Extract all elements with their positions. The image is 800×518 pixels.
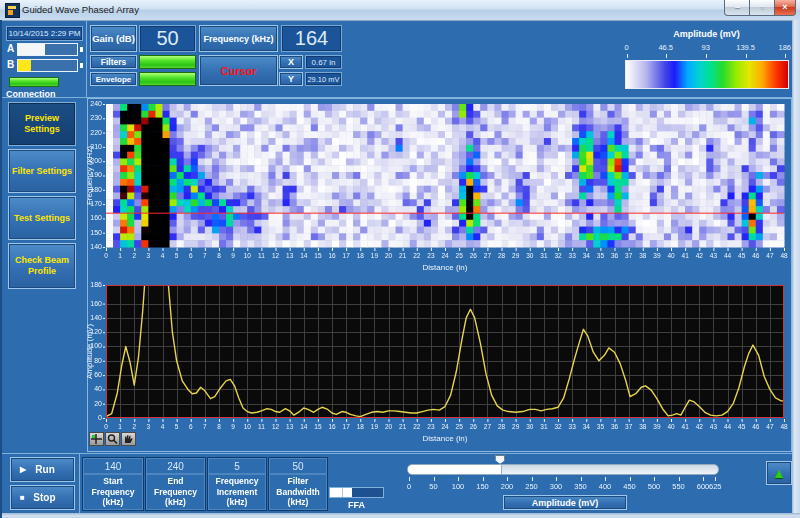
cursor-label: Cursor xyxy=(199,55,278,86)
channel-b-fill xyxy=(18,60,31,71)
minimize-button[interactable]: – xyxy=(724,0,751,16)
slider-tick-mark xyxy=(507,477,508,481)
ffa-label: FFA xyxy=(329,500,384,510)
sidebar-item-preview-settings[interactable]: Preview Settings xyxy=(8,102,76,146)
slider-tick-label: 600 xyxy=(697,482,710,491)
slider-tick-label: 300 xyxy=(550,482,563,491)
slider-tick-label: 450 xyxy=(623,482,636,491)
up-arrow-icon: ▲ xyxy=(772,465,786,481)
ffa-progress xyxy=(329,487,384,498)
colorbar-tick-mark xyxy=(785,54,786,58)
colorbar-gradient xyxy=(625,60,789,89)
graph-palette xyxy=(89,432,136,446)
connection-indicator xyxy=(9,77,59,87)
minimize-icon: – xyxy=(735,2,740,12)
stop-label: Stop xyxy=(25,492,74,503)
frequency-button[interactable]: Frequency (kHz) xyxy=(199,25,278,52)
gain-button[interactable]: Gain (dB) xyxy=(90,25,137,52)
sidebar-item-check-beam-profile[interactable]: Check Beam Profile xyxy=(8,243,76,289)
colorbar-tick-mark xyxy=(666,54,667,58)
footer-separator xyxy=(79,453,80,513)
cursor-x-value: 0.67 in xyxy=(305,55,342,69)
frequency-increment-value[interactable]: 5 xyxy=(207,457,267,475)
slider-tick-mark xyxy=(483,477,484,481)
amplitude-scale-button[interactable]: Amplitude (mV) xyxy=(503,495,627,510)
start-frequency-value[interactable]: 140 xyxy=(82,457,144,475)
maximize-icon: ▫ xyxy=(761,2,764,12)
sidebar-item-filter-settings[interactable]: Filter Settings xyxy=(8,149,76,193)
slider-tick-label: 150 xyxy=(476,482,489,491)
slider-tick-label: 625 xyxy=(709,482,722,491)
amplitude-slider-track[interactable] xyxy=(407,464,719,475)
crosshair-icon[interactable] xyxy=(89,432,104,446)
slider-tick-label: 550 xyxy=(672,482,685,491)
gain-value[interactable]: 50 xyxy=(139,25,196,52)
slider-tick-label: 100 xyxy=(452,482,465,491)
cursor-x-label: X xyxy=(279,55,303,69)
close-button[interactable]: × xyxy=(774,0,796,16)
filters-button[interactable]: Filters xyxy=(90,55,137,69)
maximize-button[interactable]: ▫ xyxy=(749,0,776,16)
start-frequency-label: Start Frequency (kHz) xyxy=(82,474,144,511)
stop-button[interactable]: ■ Stop xyxy=(10,485,75,510)
app-window: Guided Wave Phased Array – ▫ × 10/14/201… xyxy=(0,0,800,518)
channel-a-bar xyxy=(17,43,78,56)
slider-tick-label: 350 xyxy=(574,482,587,491)
footer-top-line xyxy=(2,453,792,454)
channel-b-label: B xyxy=(7,59,14,70)
frequency-increment-label: Frequency Increment (kHz) xyxy=(207,474,267,511)
slider-tick-label: 0 xyxy=(407,482,411,491)
datetime-display: 10/14/2015 2:29 PM xyxy=(6,26,83,41)
slider-tick-mark xyxy=(581,477,582,481)
envelope-button[interactable]: Envelope xyxy=(90,72,137,86)
slider-tick-mark xyxy=(654,477,655,481)
run-label: Run xyxy=(26,464,74,475)
end-frequency-label: End Frequency (kHz) xyxy=(145,474,206,511)
slider-tick-mark xyxy=(458,477,459,481)
colorbar-title: Amplitude (mV) xyxy=(625,29,788,39)
channel-a-label: A xyxy=(7,43,14,54)
channel-b-bar xyxy=(17,59,78,72)
slider-tick-mark xyxy=(703,477,704,481)
pan-icon[interactable] xyxy=(121,432,136,446)
amplitude-slider-scale: 050100150200250300350400450500550600625 xyxy=(407,477,727,491)
colorbar-tick-marks xyxy=(625,54,788,59)
filter-bandwidth-value[interactable]: 50 xyxy=(268,457,328,475)
header-separator xyxy=(86,21,87,98)
ffa-progress-fill xyxy=(330,488,352,497)
stop-icon: ■ xyxy=(11,493,25,502)
channel-b-tick xyxy=(80,63,83,68)
slider-handle[interactable] xyxy=(495,455,505,464)
slider-tick-mark xyxy=(409,477,410,481)
spectrogram-canvas[interactable] xyxy=(82,99,788,275)
colorbar-tick-mark xyxy=(746,54,747,58)
app-icon xyxy=(5,3,20,18)
slider-tick-label: 200 xyxy=(501,482,514,491)
slider-tick-label: 500 xyxy=(648,482,661,491)
window-right-border xyxy=(792,20,800,518)
colorbar-tick-mark xyxy=(627,54,628,58)
frequency-value[interactable]: 164 xyxy=(281,25,342,52)
slider-tick-mark xyxy=(532,477,533,481)
slider-tick-mark xyxy=(715,477,716,481)
slider-tick-mark xyxy=(556,477,557,481)
channel-a-tick xyxy=(80,47,83,52)
colorbar-tick-mark xyxy=(706,54,707,58)
run-button[interactable]: ▶ Run xyxy=(10,457,75,482)
line-chart-canvas[interactable] xyxy=(82,281,788,451)
slider-tick-mark xyxy=(434,477,435,481)
zoom-icon[interactable] xyxy=(105,432,120,446)
home-button[interactable]: ▲ xyxy=(766,461,792,485)
slider-tick-mark xyxy=(679,477,680,481)
sidebar-item-test-settings[interactable]: Test Settings xyxy=(8,196,76,240)
amplitude-slider-fill xyxy=(408,465,502,474)
window-bottom-border xyxy=(0,513,800,518)
channel-a-fill xyxy=(18,44,45,55)
colorbar-tick: 139.5 xyxy=(736,43,755,52)
colorbar-tick: 46.5 xyxy=(658,43,673,52)
cursor-y-label: Y xyxy=(279,72,303,86)
slider-tick-label: 50 xyxy=(429,482,437,491)
end-frequency-value[interactable]: 240 xyxy=(145,457,206,475)
slider-tick-label: 400 xyxy=(599,482,612,491)
window-left-border xyxy=(0,20,2,518)
